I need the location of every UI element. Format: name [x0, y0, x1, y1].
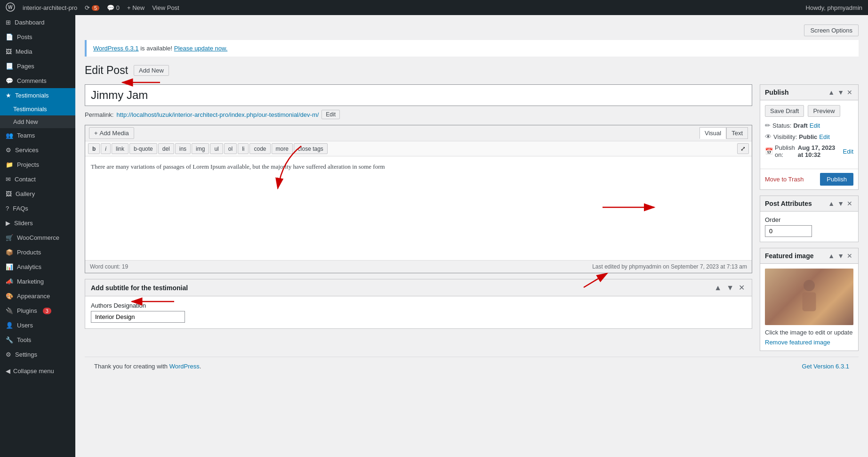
meta-box-down-btn[interactable]: ▼	[725, 283, 735, 292]
permalink-row: Permalink: http://localhost/luzuk/interi…	[85, 110, 752, 119]
featured-image-hint[interactable]: Click the image to edit or update	[765, 329, 853, 336]
sidebar-item-sliders[interactable]: ▶ Sliders	[0, 216, 75, 230]
sidebar-item-plugins[interactable]: 🔌 Plugins 3	[0, 303, 75, 318]
comments-link[interactable]: 💬 0	[107, 4, 120, 11]
screen-options-btn[interactable]: Screen Options	[804, 24, 859, 36]
sidebar-item-services[interactable]: ⚙ Services	[0, 143, 75, 157]
add-new-button[interactable]: Add New	[134, 65, 169, 76]
permalink-edit-button[interactable]: Edit	[321, 110, 340, 119]
appearance-icon: 🎨	[6, 293, 13, 300]
collapse-menu-btn[interactable]: ◀ Collapse menu	[0, 362, 75, 380]
sidebar-item-woocommerce[interactable]: 🛒 WooCommerce	[0, 230, 75, 245]
italic-button[interactable]: i	[101, 143, 111, 154]
order-input[interactable]	[765, 225, 812, 237]
wordpress-footer-link[interactable]: WordPress	[169, 363, 200, 370]
ol-button[interactable]: ol	[224, 143, 237, 154]
wordpress-version-link[interactable]: WordPress 6.3.1	[93, 45, 139, 52]
sidebar-item-posts[interactable]: 📄 Posts	[0, 30, 75, 44]
site-name-link[interactable]: interior-architect-pro	[23, 4, 77, 11]
featured-image-title: Featured image	[765, 252, 813, 260]
sidebar-item-comments[interactable]: 💬 Comments	[0, 73, 75, 88]
add-media-button[interactable]: + Add Media	[89, 127, 134, 139]
sidebar-item-appearance[interactable]: 🎨 Appearance	[0, 289, 75, 303]
ul-button[interactable]: ul	[210, 143, 223, 154]
text-tab[interactable]: Text	[726, 127, 748, 139]
preview-button[interactable]: Preview	[808, 105, 840, 117]
move-to-trash-link[interactable]: Move to Trash	[765, 176, 804, 183]
sidebar-item-settings[interactable]: ⚙ Settings	[0, 347, 75, 362]
edit-status-link[interactable]: Edit	[810, 122, 820, 129]
wp-footer: Thank you for creating with WordPress. G…	[85, 357, 859, 375]
view-post-link[interactable]: View Post	[152, 4, 179, 11]
sidebar-item-dashboard[interactable]: ⊞ Dashboard	[0, 15, 75, 30]
testimonials-icon: ★	[6, 92, 11, 99]
bold-button[interactable]: b	[88, 143, 100, 154]
more-button[interactable]: more	[272, 143, 293, 154]
authors-designation-input[interactable]	[91, 311, 185, 323]
teams-icon: 👥	[6, 132, 13, 139]
featured-image-close-btn[interactable]: ✕	[846, 252, 853, 260]
attributes-close-btn[interactable]: ✕	[846, 200, 853, 207]
featured-image-thumbnail[interactable]	[765, 269, 853, 325]
publish-buttons-row: Save Draft Preview	[765, 105, 853, 117]
sidebar-item-marketing[interactable]: 📣 Marketing	[0, 274, 75, 289]
sidebar-item-tools[interactable]: 🔧 Tools	[0, 333, 75, 347]
visual-tab[interactable]: Visual	[699, 127, 726, 139]
publish-button[interactable]: Publish	[820, 173, 853, 186]
screen-options-bar: Screen Options	[85, 24, 859, 36]
new-content-link[interactable]: + New	[127, 4, 145, 11]
link-button[interactable]: link	[112, 143, 129, 154]
update-now-link[interactable]: Please update now.	[174, 45, 227, 52]
close-tags-button[interactable]: close tags	[294, 143, 328, 154]
sidebar-item-projects[interactable]: 📁 Projects	[0, 157, 75, 172]
save-draft-button[interactable]: Save Draft	[765, 105, 804, 117]
sidebar-item-gallery[interactable]: 🖼 Gallery	[0, 187, 75, 201]
sidebar-item-users[interactable]: 👤 Users	[0, 318, 75, 333]
sidebar-item-pages[interactable]: 📃 Pages	[0, 59, 75, 73]
featured-image-down-btn[interactable]: ▼	[836, 252, 845, 260]
updates-link[interactable]: ⟳ 5	[85, 4, 99, 11]
sidebar-item-label: Posts	[17, 33, 32, 41]
sidebar-item-testimonials[interactable]: ★ Testimonials	[0, 88, 75, 103]
ins-button[interactable]: ins	[175, 143, 191, 154]
del-button[interactable]: del	[158, 143, 174, 154]
img-button[interactable]: img	[192, 143, 209, 154]
attributes-up-btn[interactable]: ▲	[827, 200, 836, 207]
projects-icon: 📁	[6, 161, 13, 168]
sidebar-item-media[interactable]: 🖼 Media	[0, 44, 75, 59]
post-attributes-controls: ▲ ▼ ✕	[827, 200, 853, 207]
remove-featured-image-link[interactable]: Remove featured image	[765, 339, 853, 346]
sidebar-item-label: Contact	[15, 176, 36, 183]
sidebar-item-teams[interactable]: 👥 Teams	[0, 128, 75, 143]
code-button[interactable]: code	[249, 143, 270, 154]
get-version-link[interactable]: Get Version 6.3.1	[802, 363, 849, 370]
attributes-down-btn[interactable]: ▼	[836, 200, 845, 207]
sidebar-item-label: Tools	[17, 336, 31, 343]
publish-up-btn[interactable]: ▲	[827, 89, 836, 96]
editor-content[interactable]: There are many variations of passages of…	[85, 156, 752, 260]
submenu-item-testimonials[interactable]: Testimonials	[0, 103, 75, 115]
blockquote-button[interactable]: b-quote	[129, 143, 157, 154]
footer-left: Thank you for creating with WordPress.	[94, 363, 201, 370]
edit-visibility-link[interactable]: Edit	[819, 133, 829, 140]
edit-publish-link[interactable]: Edit	[843, 148, 853, 155]
sidebar-item-analytics[interactable]: 📊 Analytics	[0, 260, 75, 274]
submenu-item-add-new[interactable]: Add New	[0, 115, 75, 128]
permalink-url[interactable]: http://localhost/luzuk/interior-architec…	[116, 111, 319, 118]
sidebar-item-contact[interactable]: ✉ Contact	[0, 172, 75, 187]
users-icon: 👤	[6, 322, 13, 329]
post-title-input[interactable]	[85, 84, 752, 106]
wp-logo-icon[interactable]: W	[6, 2, 15, 13]
sidebar-item-products[interactable]: 📦 Products	[0, 245, 75, 260]
expand-editor-button[interactable]: ⤢	[737, 143, 749, 154]
publish-close-btn[interactable]: ✕	[846, 89, 853, 96]
meta-box-up-btn[interactable]: ▲	[713, 283, 723, 292]
sidebar-item-faqs[interactable]: ? FAQs	[0, 201, 75, 216]
publish-down-btn[interactable]: ▼	[836, 89, 845, 96]
meta-box-close-btn[interactable]: ✕	[737, 283, 746, 292]
featured-image-up-btn[interactable]: ▲	[827, 252, 836, 260]
li-button[interactable]: li	[238, 143, 249, 154]
status-label: Status:	[772, 122, 791, 129]
sidebar-item-label: Teams	[17, 132, 35, 139]
publish-panel-controls: ▲ ▼ ✕	[827, 89, 853, 96]
